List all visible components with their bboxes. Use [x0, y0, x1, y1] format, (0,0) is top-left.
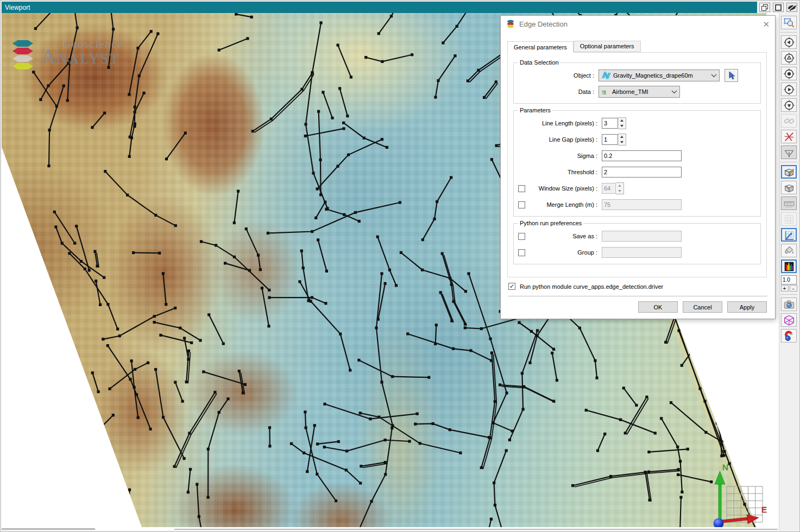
window-size-input[interactable]	[602, 183, 616, 194]
colorbar-icon	[783, 261, 795, 273]
view-south-icon	[783, 99, 795, 111]
group-label: Group :	[530, 249, 597, 256]
apply-button[interactable]: Apply	[727, 301, 767, 313]
object-dropdown[interactable]: Gravity_Magnetics_drape60m	[599, 69, 720, 81]
axes-plot-button[interactable]	[781, 228, 797, 242]
view-north-icon	[783, 52, 795, 64]
maximize-window-button[interactable]	[773, 3, 784, 12]
clip-plane-button[interactable]	[781, 145, 797, 159]
wireframe-cube-button[interactable]	[781, 313, 797, 327]
view-west-button[interactable]	[781, 35, 797, 49]
python-run-preferences-legend: Python run preferences	[518, 220, 583, 226]
view-south-button[interactable]	[781, 98, 797, 112]
paint-bucket-button[interactable]	[781, 244, 797, 257]
merge-length-input[interactable]	[602, 199, 682, 210]
threshold-input[interactable]	[602, 167, 682, 178]
parameters-group: Parameters Line Length (pixels) : Line G…	[513, 107, 761, 217]
svg-text:π: π	[602, 87, 607, 96]
camera-icon	[783, 299, 795, 311]
bottom-splitter	[2, 527, 779, 530]
group-checkbox[interactable]	[518, 249, 525, 256]
pick-object-button[interactable]	[725, 69, 738, 82]
dialog-titlebar[interactable]: Edge Detection ✕	[501, 16, 775, 32]
hide-viewport-button[interactable]	[786, 3, 797, 12]
view-north-button[interactable]	[781, 51, 797, 65]
paint-bucket-icon	[783, 245, 795, 257]
draped-surface-icon	[601, 71, 611, 80]
toolbar-separator	[780, 294, 797, 295]
toolbar-separator	[780, 32, 797, 33]
run-python-module-checkbox[interactable]: ✓	[508, 283, 515, 290]
view-plan-button[interactable]	[781, 67, 797, 80]
line-length-spinner[interactable]	[618, 117, 626, 129]
data-value: Airborne_TMI	[610, 88, 669, 95]
data-selection-group: Data Selection Object : Gravity_Magnetic…	[513, 59, 761, 104]
window-size-spinner[interactable]	[616, 182, 624, 194]
group-input[interactable]	[602, 247, 682, 258]
edit-cube-icon	[783, 166, 795, 178]
window-title: Viewport	[5, 4, 30, 11]
grid-icon	[783, 213, 795, 225]
view-west-icon	[783, 36, 795, 48]
cut-cube-icon	[783, 182, 795, 194]
chevron-down-icon	[711, 72, 717, 79]
line-length-label: Line Length (pixels) :	[530, 120, 597, 126]
scale-input[interactable]	[781, 275, 797, 284]
line-length-input[interactable]	[602, 118, 618, 129]
view-east-button[interactable]	[781, 83, 797, 96]
data-selection-legend: Data Selection	[518, 59, 560, 66]
chevron-down-icon	[671, 88, 677, 95]
zoom-selection-icon	[783, 17, 795, 29]
axes-plot-icon	[783, 229, 795, 241]
slice-plane-icon	[783, 131, 795, 143]
ruler-button[interactable]	[781, 197, 797, 210]
tab-optional-parameters[interactable]: Optional parameters	[574, 41, 641, 52]
cancel-button[interactable]: Cancel	[683, 301, 722, 313]
ok-button[interactable]: OK	[638, 301, 678, 313]
colorbar-button[interactable]	[781, 259, 797, 273]
data-label: Data :	[518, 88, 594, 95]
window-size-label: Window Size (pixels) :	[530, 185, 597, 192]
window-size-checkbox[interactable]	[518, 185, 525, 192]
magnet-icon	[783, 330, 795, 342]
window-titlebar: Viewport	[2, 2, 798, 13]
scale-minus-button[interactable]: -	[790, 285, 797, 292]
wireframe-cube-icon	[783, 314, 795, 326]
line-gap-spinner[interactable]	[618, 134, 626, 145]
object-label: Object :	[518, 72, 594, 79]
slice-plane-button[interactable]	[781, 130, 797, 143]
toolbar-bottom-group	[781, 296, 797, 344]
cut-cube-button[interactable]	[781, 181, 797, 194]
line-gap-input[interactable]	[602, 134, 618, 145]
data-dropdown[interactable]: π Airborne_TMI	[599, 86, 680, 98]
tab-general-parameters[interactable]: General parameters	[507, 41, 574, 53]
save-as-checkbox[interactable]	[518, 233, 525, 240]
close-icon[interactable]: ✕	[763, 20, 770, 28]
object-value: Gravity_Magnetics_drape60m	[611, 72, 709, 79]
edge-detection-app-icon	[506, 20, 515, 28]
link-views-button[interactable]	[781, 114, 797, 128]
line-gap-label: Line Gap (pixels) :	[530, 136, 597, 143]
save-as-label: Save as :	[530, 233, 597, 239]
dialog-title: Edge Detection	[519, 20, 763, 28]
python-run-preferences-group: Python run preferences Save as : Group :	[513, 220, 761, 264]
camera-button[interactable]	[781, 297, 797, 311]
edge-detection-dialog: Edge Detection ✕ General parameters Opti…	[501, 16, 775, 319]
zoom-selection-button[interactable]	[781, 16, 797, 29]
grid-button[interactable]	[781, 212, 797, 226]
sigma-input[interactable]	[602, 150, 682, 161]
svg-text:E: E	[761, 505, 767, 514]
restore-icon	[761, 4, 768, 11]
edit-cube-button[interactable]	[781, 165, 797, 179]
view-east-icon	[783, 84, 795, 96]
scale-plus-button[interactable]: +	[781, 285, 789, 292]
save-as-input[interactable]	[602, 231, 682, 242]
magnet-button[interactable]	[781, 329, 797, 343]
viewport-toolbar: + -	[779, 13, 798, 530]
tab-content-panel: Data Selection Object : Gravity_Magnetic…	[507, 52, 767, 277]
link-views-icon	[783, 115, 795, 127]
ruler-icon	[783, 198, 795, 210]
restore-window-button[interactable]	[759, 3, 770, 12]
run-python-module-label: Run python module curve_apps.edge_detect…	[520, 283, 663, 290]
merge-length-checkbox[interactable]	[518, 201, 525, 208]
